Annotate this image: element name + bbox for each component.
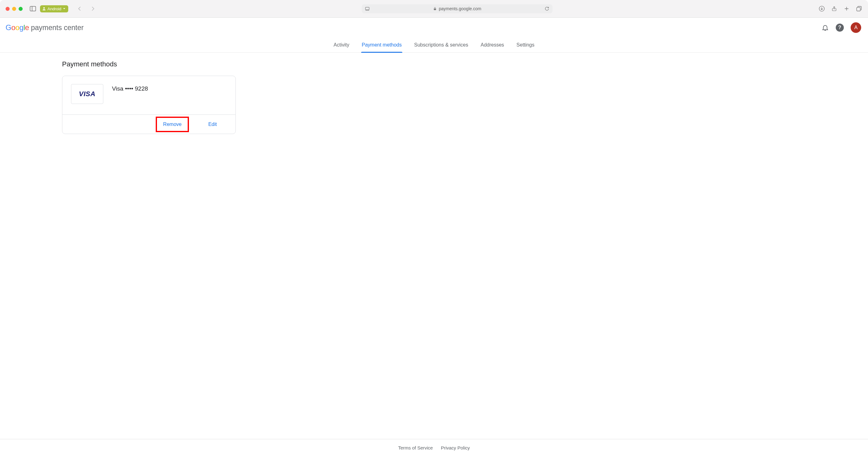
notifications-icon[interactable] <box>822 24 829 31</box>
google-header: Google payments center ? A <box>0 18 868 37</box>
card-actions: Remove Edit <box>62 115 236 134</box>
footer: Terms of Service Privacy Policy <box>0 439 868 456</box>
share-icon[interactable] <box>831 5 838 12</box>
tabs: Activity Payment methods Subscriptions &… <box>0 37 868 53</box>
tab-label: Addresses <box>480 42 504 48</box>
svg-rect-5 <box>434 9 436 10</box>
address-bar[interactable]: payments.google.com <box>362 4 553 13</box>
tab-label: Settings <box>517 42 534 48</box>
help-icon[interactable]: ? <box>836 24 844 32</box>
highlight-annotation: Remove <box>156 117 189 132</box>
browser-profile-pill[interactable]: Android <box>40 5 68 12</box>
browser-chrome: Android payments.google.com <box>0 0 868 18</box>
window-controls <box>6 7 23 11</box>
lock-icon <box>433 7 437 10</box>
nav-arrows <box>76 5 96 12</box>
svg-rect-0 <box>30 6 36 11</box>
visa-logo-text: VISA <box>79 90 95 98</box>
nav-back-button[interactable] <box>76 5 83 12</box>
tab-subscriptions[interactable]: Subscriptions & services <box>413 37 469 53</box>
window-close-button[interactable] <box>6 7 10 11</box>
svg-rect-11 <box>857 7 861 11</box>
page-title: Payment methods <box>62 60 236 68</box>
person-icon <box>42 6 46 11</box>
browser-profile-label: Android <box>48 6 61 11</box>
tab-activity[interactable]: Activity <box>333 37 350 53</box>
svg-point-2 <box>43 7 45 9</box>
website-settings-icon[interactable] <box>365 6 370 11</box>
tab-payment-methods[interactable]: Payment methods <box>361 37 402 53</box>
tab-label: Activity <box>334 42 349 48</box>
footer-privacy-link[interactable]: Privacy Policy <box>441 445 470 450</box>
google-wordmark: Google <box>6 23 29 32</box>
window-zoom-button[interactable] <box>19 7 23 11</box>
new-tab-icon[interactable] <box>843 5 850 12</box>
address-url: payments.google.com <box>439 6 481 11</box>
card-number-label: Visa •••• 9228 <box>112 84 148 92</box>
chevron-down-icon <box>63 7 66 10</box>
card-body: VISA Visa •••• 9228 <box>62 76 236 115</box>
tab-label: Subscriptions & services <box>414 42 468 48</box>
tab-addresses[interactable]: Addresses <box>480 37 505 53</box>
payment-method-card: VISA Visa •••• 9228 Remove Edit <box>62 76 236 134</box>
tab-overview-icon[interactable] <box>856 5 862 12</box>
downloads-icon[interactable] <box>818 5 825 12</box>
account-avatar[interactable]: A <box>850 22 861 33</box>
card-brand-logo: VISA <box>71 84 103 104</box>
google-logo[interactable]: Google payments center <box>6 23 84 32</box>
sidebar-toggle-icon[interactable] <box>29 5 36 12</box>
avatar-initial: A <box>854 25 858 30</box>
nav-forward-button[interactable] <box>89 5 96 12</box>
main-content: Payment methods VISA Visa •••• 9228 Remo… <box>0 53 868 134</box>
svg-rect-3 <box>366 7 369 10</box>
window-minimize-button[interactable] <box>12 7 16 11</box>
product-name: payments center <box>31 24 84 32</box>
remove-button[interactable]: Remove <box>163 122 182 127</box>
edit-button[interactable]: Edit <box>208 122 217 127</box>
reload-icon[interactable] <box>545 6 549 11</box>
tab-settings[interactable]: Settings <box>516 37 535 53</box>
footer-terms-link[interactable]: Terms of Service <box>398 445 433 450</box>
tab-label: Payment methods <box>362 42 402 48</box>
